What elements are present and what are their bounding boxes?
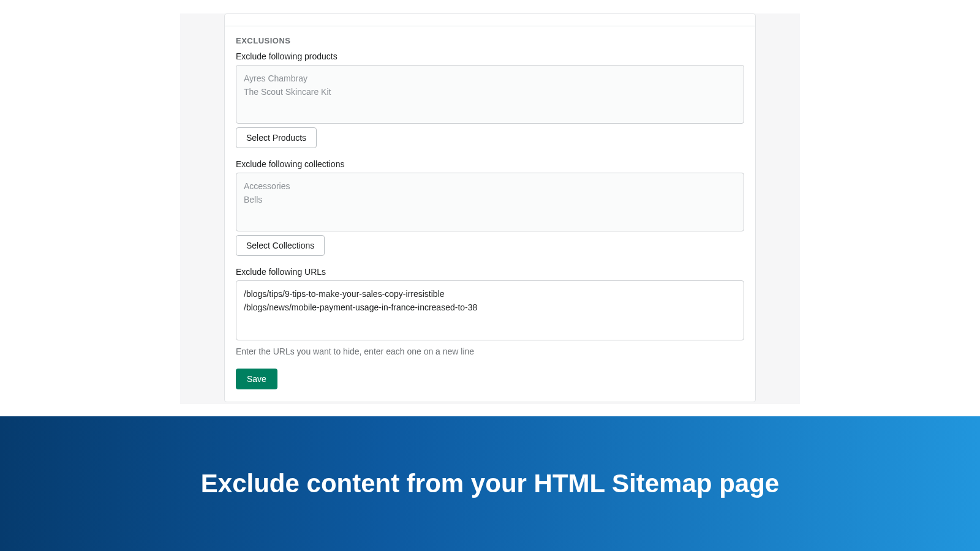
select-products-button[interactable]: Select Products <box>236 127 317 148</box>
collections-list-box: Accessories Bells <box>236 173 744 231</box>
collection-item: Accessories <box>244 179 736 193</box>
urls-label: Exclude following URLs <box>236 267 744 277</box>
banner-headline: Exclude content from your HTML Sitemap p… <box>201 469 779 498</box>
select-collections-button[interactable]: Select Collections <box>236 235 325 256</box>
collections-label: Exclude following collections <box>236 159 744 169</box>
urls-textarea[interactable] <box>236 280 744 340</box>
card-divider-top <box>225 14 755 26</box>
products-list-box: Ayres Chambray The Scout Skincare Kit <box>236 65 744 124</box>
urls-help-text: Enter the URLs you want to hide, enter e… <box>236 347 744 356</box>
products-label: Exclude following products <box>236 51 744 61</box>
collection-item: Bells <box>244 193 736 206</box>
product-item: The Scout Skincare Kit <box>244 85 736 99</box>
app-frame: EXCLUSIONS Exclude following products Ay… <box>180 13 800 404</box>
save-button[interactable]: Save <box>236 369 277 389</box>
exclusions-card: EXCLUSIONS Exclude following products Ay… <box>224 13 756 402</box>
promo-banner: Exclude content from your HTML Sitemap p… <box>0 416 980 551</box>
section-title: EXCLUSIONS <box>236 36 744 45</box>
product-item: Ayres Chambray <box>244 72 736 85</box>
